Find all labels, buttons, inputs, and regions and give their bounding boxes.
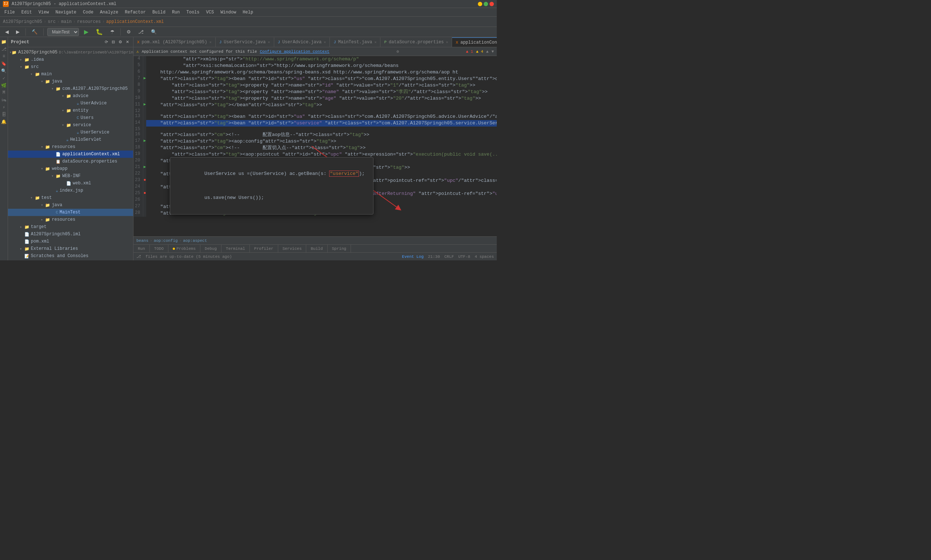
- tree-item-useradvice[interactable]: ☕UserAdvice: [8, 100, 133, 107]
- line-ending[interactable]: CRLF: [445, 255, 454, 259]
- warning-gear-icon[interactable]: ⚙: [396, 49, 399, 54]
- tree-item-web-xml[interactable]: 📄web.xml: [8, 180, 133, 187]
- run-button[interactable]: ▶: [82, 27, 91, 37]
- forward-button[interactable]: ▶: [14, 28, 22, 36]
- database-icon[interactable]: 🗄: [1, 111, 7, 118]
- menu-item-file[interactable]: File: [2, 9, 18, 15]
- code-content-5[interactable]: "attr">xsi:schemaLocation="str">"http://…: [146, 63, 497, 69]
- menu-item-tools[interactable]: Tools: [184, 9, 203, 15]
- commit-icon[interactable]: ⎇: [1, 46, 7, 52]
- gutter-11[interactable]: ▶: [143, 102, 146, 108]
- search-button[interactable]: 🔍: [149, 28, 159, 36]
- ant-icon[interactable]: 🐜: [1, 97, 7, 103]
- endpoint-icon[interactable]: ⚡: [1, 104, 7, 111]
- tool-tab-build[interactable]: Build: [306, 245, 327, 253]
- build-button[interactable]: 🔨: [29, 28, 40, 36]
- configure-link[interactable]: Configure application context: [260, 49, 329, 54]
- settings-icon[interactable]: ⚙: [117, 39, 123, 45]
- menu-item-edit[interactable]: Edit: [18, 9, 35, 15]
- gutter-23[interactable]: ●: [143, 177, 146, 184]
- breadcrumb-item-0[interactable]: beans: [136, 238, 148, 243]
- tree-item-main[interactable]: ▾📁main: [8, 71, 133, 78]
- nav-part-0[interactable]: A1207Springch05: [3, 19, 42, 25]
- nav-part-1[interactable]: src: [48, 19, 55, 25]
- code-content-18[interactable]: "attr">class="str">"cm"><!-- 配置切入点--"att…: [146, 145, 497, 151]
- code-content-4[interactable]: "attr">xmlns:p="str">"http://www.springf…: [146, 56, 497, 63]
- tree-item-service[interactable]: ▾📁service: [8, 122, 133, 129]
- nav-part-2[interactable]: main: [61, 19, 72, 25]
- tab-datasourceproperties[interactable]: PdataSource.properties✕: [380, 37, 452, 47]
- project-icon[interactable]: 📁: [1, 38, 7, 45]
- tool-tab-todo[interactable]: TODO: [150, 245, 168, 253]
- menu-item-view[interactable]: View: [35, 9, 52, 15]
- tree-item-userservice[interactable]: ☕UserService: [8, 129, 133, 136]
- todo-icon[interactable]: ✓: [1, 75, 7, 82]
- run-icon[interactable]: ▶: [144, 165, 146, 169]
- tab-applicationcontextxml[interactable]: XapplicationContext.xml✕: [452, 37, 497, 47]
- indent-display[interactable]: 4 spaces: [475, 255, 494, 259]
- maximize-button[interactable]: [484, 2, 488, 6]
- menu-item-code[interactable]: Code: [80, 9, 96, 15]
- tab-close-2[interactable]: ✕: [324, 40, 326, 45]
- tool-tab-spring[interactable]: Spring: [328, 245, 351, 253]
- code-content-6[interactable]: http://www.springframework.org/schema/be…: [146, 69, 497, 75]
- tree-item-pom-xml[interactable]: 📄pom.xml: [8, 238, 133, 245]
- collapse-all-icon[interactable]: ⊟: [111, 39, 116, 45]
- gutter-17[interactable]: ▶: [143, 138, 146, 145]
- tab-close-4[interactable]: ✕: [446, 40, 448, 45]
- breakpoint-icon[interactable]: ●: [143, 191, 146, 195]
- debug-button[interactable]: 🐛: [94, 27, 105, 37]
- tree-item-scratches-and-consoles[interactable]: 📝Scratches and Consoles: [8, 252, 133, 260]
- code-editor[interactable]: 4 "attr">xmlns:p="str">"http://www.sprin…: [134, 56, 497, 236]
- breadcrumb-item-2[interactable]: aop:aspect: [183, 238, 207, 243]
- maven-icon[interactable]: M: [1, 89, 7, 96]
- code-content-14[interactable]: "attr">class="str">"tag"><bean "attr">id…: [146, 120, 497, 126]
- gutter-25[interactable]: ●: [143, 191, 146, 197]
- tree-item-index-jsp[interactable]: ☕index.jsp: [8, 187, 133, 194]
- tool-tab-debug[interactable]: Debug: [200, 245, 222, 253]
- nav-part-3[interactable]: resources: [77, 19, 101, 25]
- menu-item-run[interactable]: Run: [169, 9, 183, 15]
- tree-item-external-libraries[interactable]: ▸📁External Libraries: [8, 245, 133, 252]
- tree-item-com-a1207-a1207springch05[interactable]: ▾📁com.A1207.A1207Springch05: [8, 85, 133, 92]
- code-content-16[interactable]: "attr">class="str">"cm"><!-- 配置aop信息--"a…: [146, 132, 497, 138]
- tree-item-resources[interactable]: ▾📁resources: [8, 143, 133, 151]
- tab-pomxml[interactable]: Xpom.xml (A1207Springch05)✕: [134, 37, 215, 47]
- settings-button[interactable]: ⚙: [125, 28, 133, 36]
- charset-display[interactable]: UTF-8: [458, 255, 470, 259]
- gutter-21[interactable]: ▶: [143, 165, 146, 171]
- coverage-button[interactable]: ☂: [108, 28, 117, 36]
- nav-up-icon[interactable]: ▲: [486, 49, 489, 54]
- spring-icon[interactable]: 🌿: [1, 82, 7, 89]
- tab-useradvicejava[interactable]: JUserAdvice.java✕: [274, 37, 330, 47]
- tree-item-test[interactable]: ▾📁test: [8, 194, 133, 202]
- tree-item-root[interactable]: ▾📁A1207Springch05D:\JavaEnterpriseWeb\A1…: [8, 49, 133, 56]
- gutter-7[interactable]: ▶: [143, 75, 146, 82]
- find-icon[interactable]: 🔍: [1, 68, 7, 74]
- bookmarks-icon[interactable]: 🔖: [1, 60, 7, 67]
- tree-item-a1207springch05-iml[interactable]: 📄A1207Springch05.iml: [8, 231, 133, 238]
- close-button[interactable]: [489, 2, 494, 6]
- tool-tab-problems[interactable]: Problems: [168, 245, 200, 253]
- code-content-7[interactable]: "attr">class="str">"tag"><bean "attr">id…: [146, 75, 497, 82]
- menu-item-build[interactable]: Build: [149, 9, 168, 15]
- tree-item-advice[interactable]: ▾📁advice: [8, 92, 133, 100]
- code-content-17[interactable]: "attr">class="str">"tag"><aop:config"att…: [146, 138, 497, 145]
- tree-item-java[interactable]: ▾📁java: [8, 78, 133, 85]
- tree-item-maintest[interactable]: CMainTest: [8, 209, 133, 216]
- tree-item--idea[interactable]: ▸📁.idea: [8, 56, 133, 63]
- minimize-button[interactable]: [478, 2, 482, 6]
- code-content-15[interactable]: [146, 126, 497, 132]
- notifications-icon[interactable]: 🔔: [1, 118, 7, 125]
- code-content-13[interactable]: "attr">class="str">"tag"><bean "attr">id…: [146, 114, 497, 120]
- tree-item-helloservlet[interactable]: ☕HelloServlet: [8, 136, 133, 143]
- breakpoint-icon[interactable]: ●: [143, 177, 146, 183]
- tree-item-datasource-properties[interactable]: 📋dataSource.properties: [8, 158, 133, 165]
- tool-tab-terminal[interactable]: Terminal: [222, 245, 250, 253]
- structure-icon[interactable]: ≡: [1, 53, 7, 60]
- menu-item-help[interactable]: Help: [240, 9, 256, 15]
- code-content-12[interactable]: [146, 108, 497, 114]
- tree-item-target[interactable]: ▸📁target: [8, 223, 133, 231]
- menu-item-analyze[interactable]: Analyze: [97, 9, 121, 15]
- run-icon[interactable]: ▶: [144, 138, 146, 143]
